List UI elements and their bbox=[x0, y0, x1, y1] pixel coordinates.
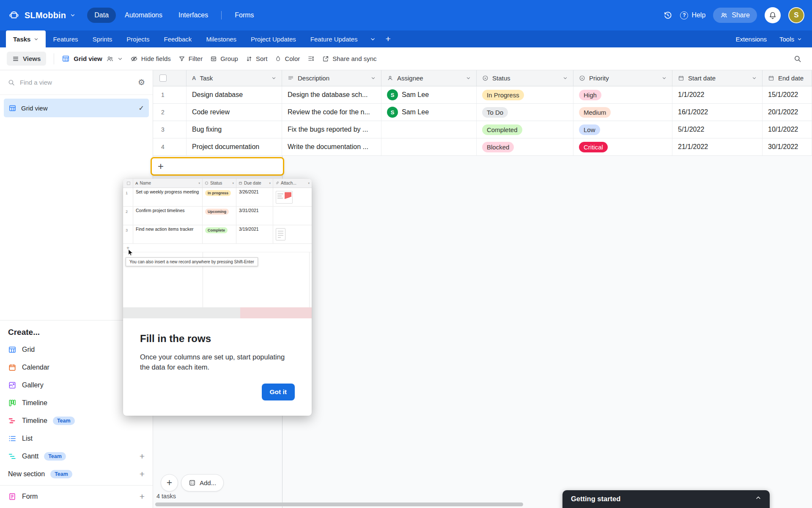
add-table-button[interactable]: + bbox=[381, 30, 396, 47]
description-cell[interactable]: Write the documentation ... bbox=[282, 138, 381, 155]
sort-button[interactable]: Sort bbox=[246, 55, 268, 62]
tab-feedback[interactable]: Feedback bbox=[157, 30, 199, 47]
tab-features[interactable]: Features bbox=[46, 30, 85, 47]
add-from-template-button[interactable]: Add... bbox=[181, 474, 224, 491]
share-button[interactable]: Share bbox=[713, 8, 757, 23]
column-header-status[interactable]: Status bbox=[477, 70, 573, 86]
assignee-cell[interactable]: S Sam Lee bbox=[381, 104, 477, 121]
column-header-end-date[interactable]: End date bbox=[763, 70, 812, 86]
view-item-grid-view[interactable]: Grid view ✓ bbox=[4, 99, 149, 117]
column-header-description[interactable]: Description bbox=[282, 70, 381, 86]
horizontal-scrollbar[interactable] bbox=[155, 502, 523, 506]
status-cell[interactable]: Completed bbox=[477, 121, 573, 138]
assignee-cell[interactable]: S Sam Lee bbox=[381, 86, 477, 103]
description-cell[interactable]: Review the code for the n... bbox=[282, 104, 381, 121]
start-date-cell[interactable]: 21/1/2022 bbox=[672, 138, 763, 155]
plus-icon[interactable]: + bbox=[140, 469, 145, 479]
color-button[interactable]: Color bbox=[275, 55, 300, 62]
status-cell[interactable]: In Progress bbox=[477, 86, 573, 103]
views-toggle-button[interactable]: Views bbox=[7, 52, 46, 66]
end-date-cell[interactable]: 20/1/2022 bbox=[763, 104, 812, 121]
start-date-cell[interactable]: 5/1/2022 bbox=[672, 121, 763, 138]
kanban-icon bbox=[8, 399, 16, 407]
search-icon[interactable] bbox=[793, 55, 802, 63]
assignee-cell[interactable] bbox=[381, 121, 477, 138]
chevron-down-icon[interactable] bbox=[662, 76, 667, 80]
task-cell[interactable]: Bug fixing bbox=[187, 121, 282, 138]
row-number: 3 bbox=[161, 126, 165, 133]
gear-icon[interactable]: ⚙ bbox=[138, 77, 145, 87]
start-date-cell[interactable]: 16/1/2022 bbox=[672, 104, 763, 121]
column-header-start-date[interactable]: Start date bbox=[672, 70, 763, 86]
more-tables-button[interactable] bbox=[365, 30, 381, 47]
end-date-cell[interactable]: 10/1/2022 bbox=[763, 121, 812, 138]
group-button[interactable]: Group bbox=[210, 55, 238, 62]
nav-interfaces[interactable]: Interfaces bbox=[171, 8, 215, 23]
got-it-button[interactable]: Got it bbox=[262, 384, 295, 400]
add-record-button[interactable]: + bbox=[158, 161, 164, 171]
tab-feature-updates[interactable]: Feature Updates bbox=[303, 30, 365, 47]
current-view-button[interactable]: Grid view bbox=[62, 55, 123, 63]
task-cell[interactable]: Design database bbox=[187, 86, 282, 103]
priority-cell[interactable]: Medium bbox=[573, 104, 672, 121]
create-new-section[interactable]: New section Team + bbox=[0, 465, 153, 483]
status-cell[interactable]: To Do bbox=[477, 104, 573, 121]
task-cell[interactable]: Code review bbox=[187, 104, 282, 121]
select-all-cell[interactable] bbox=[153, 70, 187, 86]
chevron-down-icon[interactable] bbox=[371, 76, 376, 80]
nav-automations[interactable]: Automations bbox=[118, 8, 170, 23]
hide-fields-button[interactable]: Hide fields bbox=[130, 55, 171, 63]
chevron-down-icon[interactable] bbox=[272, 76, 276, 80]
getting-started-panel[interactable]: Getting started bbox=[562, 490, 770, 508]
nav-forms[interactable]: Forms bbox=[228, 8, 261, 23]
user-avatar[interactable]: S bbox=[788, 7, 804, 23]
end-date-cell[interactable]: 15/1/2022 bbox=[763, 86, 812, 103]
add-record-circle-button[interactable]: + bbox=[161, 474, 178, 491]
assignee-cell[interactable] bbox=[381, 138, 477, 155]
start-date-cell[interactable]: 1/1/2022 bbox=[672, 86, 763, 103]
nav-data[interactable]: Data bbox=[87, 8, 116, 23]
filter-button[interactable]: Filter bbox=[178, 55, 203, 62]
help-button[interactable]: ? Help bbox=[680, 11, 705, 19]
row-height-button[interactable] bbox=[307, 55, 315, 62]
tools-button[interactable]: Tools bbox=[779, 36, 802, 43]
create-list[interactable]: List bbox=[0, 430, 153, 447]
plus-icon[interactable]: + bbox=[140, 491, 145, 502]
base-brand[interactable]: SLMobbin bbox=[8, 9, 75, 22]
tab-project-updates[interactable]: Project Updates bbox=[244, 30, 303, 47]
column-header-task[interactable]: A Task bbox=[187, 70, 282, 86]
row-select-cell[interactable]: 3 bbox=[153, 121, 187, 138]
row-select-cell[interactable]: 4 bbox=[153, 138, 187, 155]
tab-tasks[interactable]: Tasks bbox=[6, 30, 46, 47]
description-cell[interactable]: Design the database sch... bbox=[282, 86, 381, 103]
row-select-cell[interactable]: 2 bbox=[153, 104, 187, 121]
history-icon[interactable] bbox=[663, 11, 672, 20]
column-header-assignee[interactable]: Assignee bbox=[381, 70, 477, 86]
chevron-down-icon[interactable] bbox=[752, 76, 757, 80]
priority-cell[interactable]: Low bbox=[573, 121, 672, 138]
chevron-down-icon[interactable] bbox=[466, 76, 471, 80]
tab-milestones[interactable]: Milestones bbox=[199, 30, 244, 47]
end-date-value: 10/1/2022 bbox=[768, 126, 798, 133]
extensions-button[interactable]: Extensions bbox=[736, 36, 767, 43]
select-all-checkbox[interactable] bbox=[159, 75, 167, 82]
priority-cell[interactable]: High bbox=[573, 86, 672, 103]
tab-sprints[interactable]: Sprints bbox=[85, 30, 120, 47]
chevron-down-icon[interactable] bbox=[563, 76, 568, 80]
end-date-cell[interactable]: 30/1/2022 bbox=[763, 138, 812, 155]
column-header-priority[interactable]: Priority bbox=[573, 70, 672, 86]
tab-projects[interactable]: Projects bbox=[119, 30, 156, 47]
create-form[interactable]: Form + bbox=[0, 488, 153, 505]
description-cell[interactable]: Fix the bugs reported by ... bbox=[282, 121, 381, 138]
notifications-button[interactable] bbox=[765, 7, 781, 23]
plus-icon[interactable]: + bbox=[140, 451, 145, 461]
create-gantt[interactable]: Gantt Team + bbox=[0, 447, 153, 465]
find-view-input[interactable] bbox=[20, 79, 133, 86]
task-value: Design database bbox=[192, 91, 243, 99]
row-select-cell[interactable]: 1 bbox=[153, 86, 187, 103]
share-sync-button[interactable]: Share and sync bbox=[322, 55, 376, 62]
status-cell[interactable]: Blocked bbox=[477, 138, 573, 155]
task-value: Project documentation bbox=[192, 143, 259, 151]
task-cell[interactable]: Project documentation bbox=[187, 138, 282, 155]
priority-cell[interactable]: Critical bbox=[573, 138, 672, 155]
